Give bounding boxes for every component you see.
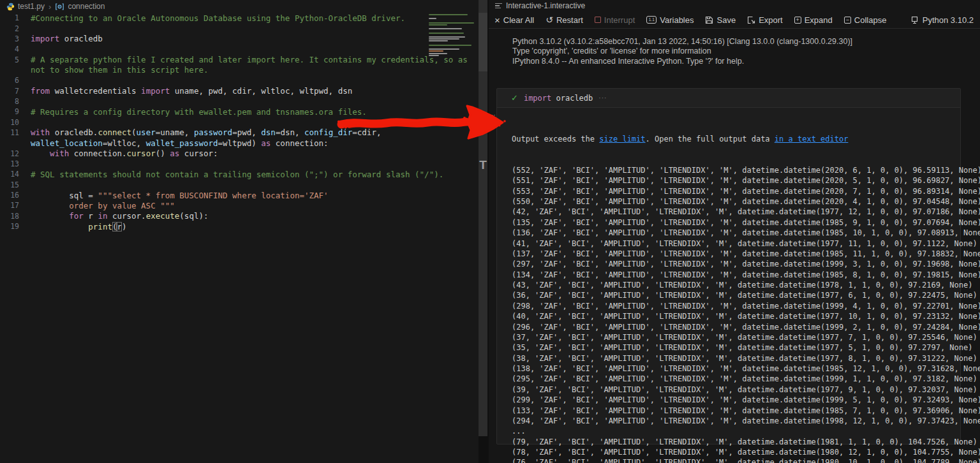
code-token: password [194,128,232,137]
code-line[interactable]: 16 sql = """select * from BUSCONFIND whe… [0,190,427,200]
line-number: 9 [0,107,19,116]
breadcrumb[interactable]: test1.py › connection [0,0,479,13]
output-row: (40, 'ZAF', 'BCI', 'AMPLITUD', 'LTRENDID… [512,311,960,321]
python-banner: Python 3.10.2 (v3.10.2:a58ebcc701, Jan 1… [512,37,852,66]
tab-interactive[interactable]: Interactive-1.interactive [506,1,585,10]
expand-button[interactable]: + Expand [794,15,833,25]
clear-all-button[interactable]: × Clear All [494,15,534,25]
code-line[interactable]: 1#Connecting to an Oracle Autonomous Dat… [0,13,427,23]
code-line[interactable]: 15 [0,180,427,190]
code-line[interactable]: 13 [0,159,427,169]
output-row: (294, 'ZAF', 'BCI', 'AMPLITUD', 'LTRENDI… [512,416,960,426]
output-row: (76, 'ZAF', 'BCI', 'AMPLITUD', 'LTRENDID… [512,457,960,463]
code-token: in [98,211,107,221]
output-row: (133, 'ZAF', 'BCI', 'AMPLITUD', 'LTRENDI… [512,406,960,416]
line-number: 12 [0,149,19,158]
line-number: 6 [0,76,19,85]
interrupt-button[interactable]: Interrupt [595,15,635,25]
code-line[interactable]: wallet_location=wltloc, wallet_password=… [0,138,427,148]
restart-icon: ↺ [546,15,553,24]
export-icon [747,16,755,24]
code-token: as [261,138,271,148]
code-token: connection: [271,138,328,148]
code-token: not to show them in this script here. [31,65,208,75]
minimap[interactable] [429,14,476,57]
output-row: (552, 'ZAF', 'BCI', 'AMPLITUD', 'LTRENDI… [512,165,960,175]
line-number: 1 [0,13,19,22]
code-token: =wltpwd) [218,138,262,148]
editor-scrollbar[interactable] [479,0,487,436]
line-number: 10 [0,118,19,127]
code-token: dsn [261,128,276,137]
code-token: ) [122,222,127,231]
minimap-line [429,38,459,40]
cell-more-icon[interactable]: ··· [598,94,607,101]
kernel-icon [910,16,919,24]
code-line[interactable]: 19 print(r) [0,221,427,231]
tab-bar: Interactive-1.interactive [489,0,980,11]
scrollbar-thumb[interactable] [479,13,487,71]
code-line[interactable]: 2 [0,23,427,33]
code-token: #Connecting to an Oracle Autonomous Data… [31,13,405,23]
output-row: (41, 'ZAF', 'BCI', 'AMPLITUD', 'LTRENDID… [512,239,960,249]
text-editor-link[interactable]: in a text editor [775,135,849,143]
interrupt-label: Interrupt [604,15,635,25]
code-line[interactable]: 18 for r in cursor.execute(sql): [0,211,427,221]
restart-button[interactable]: ↺ Restart [546,15,583,25]
output-row: (39, 'ZAF', 'BCI', 'AMPLITUD', 'LTRENDID… [512,385,960,395]
code-token: # A separate python file I created and l… [31,55,468,64]
size-limit-link[interactable]: size limit [599,135,645,143]
variables-button[interactable]: 1.1 Variables [646,15,694,25]
collapse-button[interactable]: − Collapse [844,15,887,25]
code-line[interactable]: 5# A separate python file I created and … [0,54,427,64]
close-icon: × [494,15,500,25]
code-token: oracledb [59,34,103,43]
code-line[interactable]: 14# SQL statements should not contain a … [0,169,427,179]
code-line[interactable]: 11with oracledb.connect(user=uname, pass… [0,128,427,138]
code-token: cursor [127,149,156,158]
output-row: (136, 'ZAF', 'BCI', 'AMPLITUD', 'LTRENDI… [512,228,960,238]
symbol-variable-icon [55,3,64,10]
code-line[interactable]: 4 [0,44,427,54]
cell-gutter-more-icon[interactable]: ··· [489,111,496,119]
save-label: Save [716,15,736,25]
code-token: order by value ASC """ [31,201,175,210]
line-number: 7 [0,87,19,96]
interrupt-icon [595,17,601,23]
code-line[interactable]: 8 [0,96,427,107]
save-button[interactable]: Save [705,15,736,25]
code-token: cursor: [179,149,218,158]
code-line[interactable]: 6 [0,75,427,85]
line-number: 3 [0,34,19,43]
minimap-line [429,36,465,38]
breadcrumb-file[interactable]: test1.py [18,2,45,11]
export-button[interactable]: Export [747,15,783,25]
code-token: execute [146,211,180,221]
breadcrumb-symbol[interactable]: connection [68,2,105,11]
code-token: =cdir, [352,128,381,137]
code-line[interactable]: 12 with connection.cursor() as cursor: [0,148,427,158]
code-token: as [170,149,179,158]
output-row: (135, 'ZAF', 'BCI', 'AMPLITUD', 'LTRENDI… [512,217,960,228]
code-token: config_dir [304,128,352,137]
breadcrumb-separator-icon: › [48,2,51,11]
minimap-line [429,14,468,15]
code-line[interactable]: 10 [0,117,427,127]
code-line[interactable]: 9# Requires a config directory with ewal… [0,107,427,117]
code-token: walletcredentials [50,86,141,96]
minimap-line [429,55,439,56]
code-area[interactable]: 1#Connecting to an Oracle Autonomous Dat… [0,13,427,231]
output-row: (137, 'ZAF', 'BCI', 'AMPLITUD', 'LTRENDI… [512,249,960,259]
editor-pane[interactable]: test1.py › connection 1#Connecting to an… [0,0,479,463]
code-line[interactable]: 3import oracledb [0,34,427,44]
expand-icon: + [794,17,801,24]
code-token: """select * from BUSCONFIND where locati… [98,191,328,200]
code-line[interactable]: 17 order by value ASC """ [0,200,427,210]
kernel-picker[interactable]: Python 3.10.2 [910,15,974,25]
code-token [31,149,50,158]
code-line[interactable]: not to show them in this script here. [0,65,427,75]
code-line[interactable]: 7from walletcredentials import uname, pw… [0,85,427,96]
minimap-line [429,45,471,46]
minimap-line [429,18,436,19]
minimap-line [429,48,459,50]
